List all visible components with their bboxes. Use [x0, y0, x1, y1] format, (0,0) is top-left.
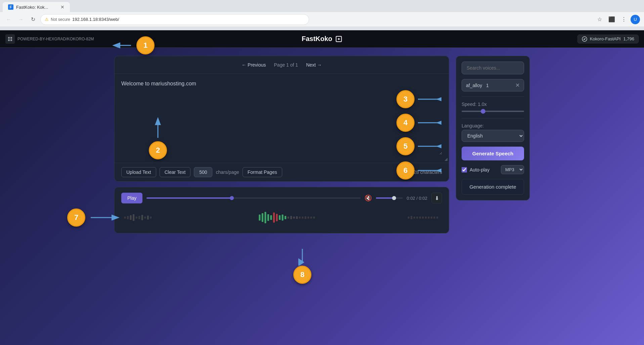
speed-slider[interactable] — [462, 111, 524, 112]
format-pages-btn[interactable]: Format Pages — [243, 167, 282, 177]
svg-rect-45 — [433, 217, 435, 219]
svg-rect-42 — [425, 217, 427, 219]
text-input[interactable]: Welcome to mariushosting.com — [121, 81, 442, 155]
svg-rect-8 — [130, 215, 132, 220]
svg-rect-20 — [270, 215, 272, 220]
svg-rect-34 — [310, 217, 312, 219]
svg-rect-26 — [288, 217, 289, 219]
app-navbar: POWERED-BY-HEXGRAD/KOKORO-82M FastKoko K… — [0, 30, 644, 48]
volume-bar[interactable] — [376, 197, 403, 199]
svg-rect-21 — [273, 213, 275, 223]
svg-rect-41 — [422, 217, 424, 219]
waveform-visual — [121, 209, 442, 226]
tab-close-btn[interactable]: ✕ — [60, 4, 65, 10]
svg-rect-19 — [267, 214, 269, 221]
svg-rect-3 — [10, 39, 12, 41]
url-display: 192.168.1.18:8343/web/ — [72, 17, 119, 22]
svg-rect-46 — [436, 217, 438, 219]
brand-left-label: POWERED-BY-HEXGRAD/KOKORO-82M — [17, 37, 94, 41]
play-btn[interactable]: Play — [121, 193, 142, 203]
svg-rect-25 — [285, 216, 286, 219]
autoplay-checkbox[interactable] — [462, 167, 467, 172]
back-btn[interactable]: ← — [4, 15, 13, 24]
svg-rect-12 — [141, 215, 143, 220]
svg-rect-2 — [8, 39, 10, 41]
svg-rect-38 — [414, 217, 415, 219]
right-panel: af_alloy 1 ✕ Speed: 1.0x Language: Engli… — [456, 56, 530, 200]
prev-page-btn[interactable]: ← Previous — [239, 61, 268, 69]
divider-2 — [462, 118, 524, 118]
svg-rect-28 — [293, 217, 295, 219]
svg-rect-30 — [299, 217, 301, 219]
time-display: 0:02 / 0:02 — [407, 196, 427, 201]
generation-status: Generation complete — [462, 179, 524, 195]
download-btn[interactable]: ⬇ — [431, 193, 442, 203]
editor-toolbar: Upload Text Clear Text chars/page Format… — [115, 163, 449, 181]
svg-rect-9 — [133, 214, 134, 221]
resize-handle: ◢ — [444, 157, 447, 161]
brand-icon — [5, 34, 15, 44]
svg-rect-44 — [431, 217, 432, 219]
svg-rect-29 — [296, 216, 298, 219]
svg-rect-39 — [416, 217, 418, 219]
svg-rect-15 — [150, 217, 152, 219]
svg-rect-7 — [127, 216, 129, 219]
search-voices-input[interactable] — [462, 62, 524, 74]
next-page-btn[interactable]: Next → — [303, 61, 325, 69]
chars-per-page-label: chars/page — [216, 169, 239, 175]
svg-rect-18 — [264, 212, 266, 223]
editor-nav: ← Previous Page 1 of 1 Next → — [115, 56, 449, 74]
brand-center: FastKoko — [302, 35, 342, 43]
svg-rect-13 — [144, 217, 146, 219]
autoplay-row: Auto-play MP3 WAV OGG — [462, 165, 524, 174]
bookmark-btn[interactable]: ☆ — [594, 14, 605, 25]
player-controls: Play 🔇 0:02 / 0:02 ⬇ — [121, 193, 442, 203]
svg-rect-1 — [10, 37, 12, 39]
extensions-btn[interactable]: ⬛ — [606, 14, 617, 25]
speed-label: Speed: 1.0x — [462, 102, 487, 107]
svg-rect-14 — [147, 216, 149, 220]
upload-text-btn[interactable]: Upload Text — [121, 167, 156, 177]
language-label: Language: — [462, 123, 524, 128]
reload-btn[interactable]: ↻ — [28, 15, 38, 24]
annotation-circle-8: 8 — [293, 266, 311, 284]
forward-btn[interactable]: → — [16, 15, 26, 24]
language-select[interactable]: English Spanish French German Japanese C… — [462, 130, 524, 142]
clear-text-btn[interactable]: Clear Text — [160, 167, 191, 177]
waveform-container — [121, 207, 442, 228]
format-select[interactable]: MP3 WAV OGG — [501, 165, 524, 174]
svg-rect-35 — [313, 217, 315, 219]
download-icon: ⬇ — [435, 195, 439, 201]
svg-rect-27 — [290, 216, 292, 219]
brand-left: POWERED-BY-HEXGRAD/KOKORO-82M — [5, 34, 94, 44]
autoplay-label: Auto-play — [470, 167, 498, 172]
progress-dot — [230, 196, 234, 200]
address-bar[interactable]: ⚠ Not secure 192.168.1.18:8343/web/ — [40, 14, 309, 25]
profile-avatar[interactable]: U — [631, 15, 640, 24]
menu-btn[interactable]: ⋮ — [618, 14, 629, 25]
not-secure-label: Not secure — [51, 17, 70, 22]
svg-rect-6 — [124, 217, 126, 219]
progress-fill — [146, 197, 232, 199]
volume-icon[interactable]: 🔇 — [364, 194, 372, 202]
svg-rect-22 — [276, 214, 277, 221]
voice-remove-btn[interactable]: ✕ — [515, 82, 520, 88]
progress-bar[interactable] — [146, 197, 360, 199]
speed-control: Speed: 1.0x — [462, 101, 524, 113]
svg-rect-0 — [8, 37, 10, 39]
page-info: Page 1 of 1 — [274, 62, 298, 68]
browser-tab[interactable]: F FastKoko: Kok... ✕ — [3, 2, 70, 12]
svg-rect-36 — [408, 217, 410, 219]
app-title: FastKoko — [302, 35, 332, 43]
volume-dot — [392, 196, 396, 200]
chars-per-page-input[interactable] — [194, 167, 212, 177]
annotation-8: 8 — [292, 245, 312, 284]
browser-right-icons: ☆ ⬛ ⋮ U — [594, 14, 640, 25]
brand-right: Kokoro-FastAPI 1,796 — [577, 35, 639, 43]
app-container: POWERED-BY-HEXGRAD/KOKORO-82M FastKoko K… — [0, 30, 644, 345]
generate-speech-btn[interactable]: Generate Speech — [462, 147, 524, 160]
svg-rect-10 — [136, 217, 137, 219]
tab-title: FastKoko: Kok... — [16, 5, 48, 10]
svg-rect-37 — [411, 216, 412, 219]
tab-favicon: F — [8, 4, 13, 10]
